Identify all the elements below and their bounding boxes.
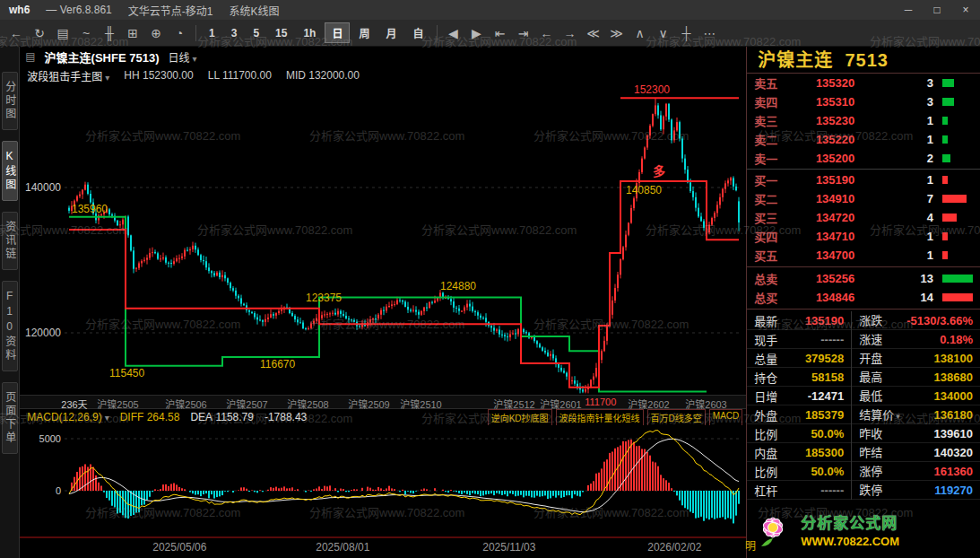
sidebar-tab-资讯链[interactable]: 资讯链 bbox=[2, 212, 18, 270]
book-volume-bar bbox=[942, 251, 980, 259]
book-volume-bar bbox=[942, 98, 980, 106]
total-row[interactable]: 总买13484614 bbox=[747, 288, 980, 307]
stretch-icon[interactable]: ≫ bbox=[606, 22, 628, 44]
dropdown-arrow-icon[interactable]: ▾ bbox=[896, 412, 900, 421]
page-end-icon[interactable]: ⇥ bbox=[513, 22, 534, 44]
date-label: 2025/11/03 bbox=[482, 541, 535, 554]
total-row[interactable]: 总卖13525613 bbox=[747, 269, 980, 288]
stat-value: 139610 bbox=[906, 427, 980, 440]
ask-row[interactable]: 卖一1352002 bbox=[747, 149, 980, 168]
stat-value: 161360 bbox=[906, 465, 980, 478]
close-button[interactable]: × bbox=[951, 0, 980, 20]
book-volume-bar bbox=[942, 275, 980, 283]
stat-label: 涨停 bbox=[851, 462, 906, 481]
bid-row[interactable]: 买三1347204 bbox=[747, 208, 980, 227]
sidebar-tab-分时图[interactable]: 分时图 bbox=[2, 72, 18, 130]
page-start-icon[interactable]: ⇤ bbox=[490, 22, 511, 44]
sidebar-tab-F10资料[interactable]: F10资料 bbox=[2, 281, 18, 371]
collapse-icon[interactable]: ∧ bbox=[629, 22, 651, 44]
contract-label: 沪镍2512 bbox=[493, 397, 534, 411]
split-view-icon[interactable]: ⊞ bbox=[122, 22, 143, 44]
period-button-周[interactable]: 周 bbox=[351, 22, 377, 43]
compress-icon[interactable]: ≪ bbox=[583, 22, 604, 44]
period-button-3[interactable]: 3 bbox=[224, 24, 245, 42]
stat-label: 最新 bbox=[747, 312, 786, 329]
line-chart-icon[interactable]: ~ bbox=[75, 22, 97, 44]
stat-row: 现手------涨速0.18% bbox=[747, 330, 980, 349]
stat-label: 涨跌 bbox=[851, 311, 906, 330]
minimize-button[interactable]: ─ bbox=[894, 0, 923, 20]
macd-indicator-select[interactable]: MACD(12,26,9)▾ bbox=[27, 411, 108, 423]
macd-title: MACD(12,26,9) bbox=[27, 411, 101, 423]
more-icon[interactable]: ⋯ bbox=[699, 22, 721, 44]
period-button-5[interactable]: 5 bbox=[246, 24, 266, 42]
macd-diff: DIFF 264.58 bbox=[120, 411, 180, 423]
bid-row[interactable]: 买一1351901 bbox=[747, 170, 980, 189]
book-volume-bar bbox=[942, 232, 980, 240]
pan-right-icon[interactable]: → bbox=[559, 22, 581, 44]
stat-label: 最高 bbox=[851, 368, 906, 387]
chevron-down-icon: ▾ bbox=[105, 413, 109, 423]
maximize-button[interactable]: □ bbox=[923, 0, 951, 20]
kline-icon[interactable]: ╫ bbox=[99, 22, 120, 44]
alarm-icon[interactable]: ◔ bbox=[169, 22, 190, 44]
period-button-1h[interactable]: 1h bbox=[296, 24, 323, 42]
bid-row[interactable]: 买五1347001 bbox=[747, 246, 980, 265]
bid-row[interactable]: 买二1349107 bbox=[747, 189, 980, 208]
contract-label: 沪镍2510 bbox=[400, 397, 441, 411]
period-button-月[interactable]: 月 bbox=[378, 22, 403, 43]
report-icon[interactable]: ▤ bbox=[52, 22, 74, 44]
period-button-日[interactable]: 日 bbox=[325, 22, 350, 43]
stat-label: 比例 bbox=[747, 425, 786, 442]
indicator-button-百万D线多空[interactable]: 百万D线多空 bbox=[647, 409, 706, 425]
volume-bar-fill bbox=[942, 154, 950, 162]
back-icon[interactable]: ← bbox=[5, 22, 27, 44]
ask-row[interactable]: 卖三1352301 bbox=[747, 111, 980, 130]
date-label: 2026/02/02 bbox=[647, 541, 701, 554]
sidebar-tab-页面下单[interactable]: 页面下单 bbox=[2, 382, 18, 454]
chart-menu-icon[interactable]: ▤ bbox=[25, 50, 35, 63]
crosshair-icon[interactable]: ┼ bbox=[676, 22, 698, 44]
stat-value: 136180 bbox=[906, 408, 980, 422]
book-row-label: 卖三 bbox=[747, 112, 788, 129]
low-price-label: 111700 bbox=[585, 397, 616, 407]
period-button-15[interactable]: 15 bbox=[268, 24, 294, 42]
expand-icon[interactable]: ∨ bbox=[653, 22, 674, 44]
book-volume-bar bbox=[942, 176, 980, 184]
indicator-button-MACD[interactable]: MACD bbox=[709, 409, 742, 425]
volume-bar-fill bbox=[942, 214, 957, 222]
period-select[interactable]: 日线▾ bbox=[168, 49, 196, 65]
bid-row[interactable]: 买四1347101 bbox=[747, 227, 980, 246]
sidebar-tab-K线图[interactable]: K线图 bbox=[2, 141, 18, 201]
book-row-label: 总买 bbox=[747, 289, 788, 306]
indicator-button-波段指南针量化短线[interactable]: 波段指南针量化短线 bbox=[556, 409, 644, 425]
chart-area: ▤ 沪镍主连(SHFE 7513) 日线▾ 波段狙击手主图▾ HH 152300… bbox=[20, 47, 746, 558]
book-divider bbox=[747, 169, 980, 170]
stat-row: 最新135190涨跌-5130/3.66% bbox=[747, 311, 980, 330]
period-button-自[interactable]: 自 bbox=[405, 22, 430, 43]
stat-row: 总量379528开盘138100 bbox=[747, 349, 980, 368]
prev-bar-icon[interactable]: ◀ bbox=[443, 22, 464, 44]
refresh-icon[interactable]: ↻ bbox=[29, 22, 50, 44]
app-logo: wh6 bbox=[9, 4, 30, 16]
pan-left-icon[interactable]: ← bbox=[536, 22, 558, 44]
y-axis-label: 5000 bbox=[39, 433, 61, 444]
ask-row[interactable]: 卖四1353103 bbox=[747, 92, 980, 111]
contract-label: 沪镍2602 bbox=[628, 397, 669, 411]
next-bar-icon[interactable]: ▶ bbox=[466, 22, 488, 44]
book-row-volume: 4 bbox=[854, 211, 942, 224]
indicator-button-逆向KD抄底图[interactable]: 逆向KD抄底图 bbox=[488, 409, 552, 425]
ask-row[interactable]: 卖二1352201 bbox=[747, 130, 980, 149]
ask-row[interactable]: 卖五1353203 bbox=[747, 74, 980, 92]
zoom-tool-icon[interactable]: ⊕ bbox=[145, 22, 167, 44]
indicator-select[interactable]: 波段狙击手主图▾ bbox=[27, 68, 109, 83]
book-row-volume: 1 bbox=[854, 133, 942, 146]
site-logo[interactable]: 分析家公式网 WWW.70822.COM bbox=[747, 500, 980, 558]
macd-chart[interactable]: 50000 bbox=[20, 425, 746, 538]
y-axis-label: 140000 bbox=[25, 181, 61, 194]
window-controls: ─ □ × bbox=[894, 0, 980, 20]
band-line-green bbox=[69, 217, 707, 392]
contract-label: 沪镍2507 bbox=[226, 397, 267, 411]
period-button-1[interactable]: 1 bbox=[202, 24, 222, 42]
kline-chart[interactable]: 140000120000152300多140850135960115450123… bbox=[20, 84, 746, 395]
